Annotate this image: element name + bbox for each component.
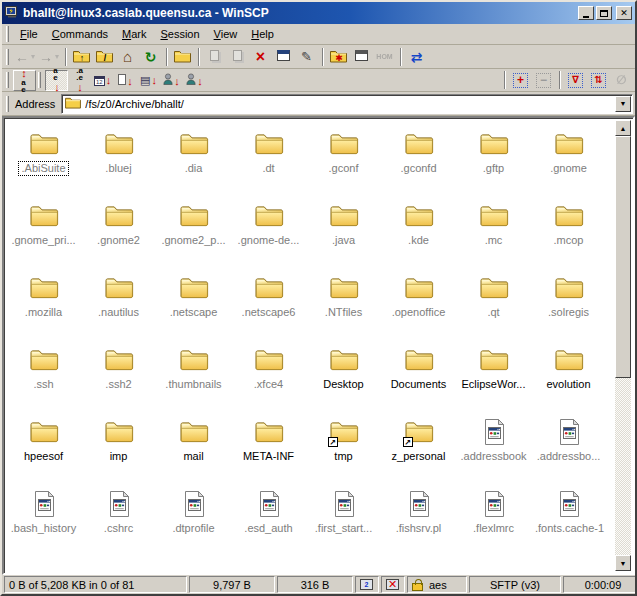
- properties-button[interactable]: [272, 46, 295, 67]
- toolbar-grip[interactable]: [38, 72, 41, 88]
- refresh-button[interactable]: ↻: [139, 46, 162, 67]
- file-item[interactable]: .xfce4: [231, 341, 306, 413]
- file-item[interactable]: .dia: [156, 125, 231, 197]
- forward-dropdown-icon[interactable]: ▾: [55, 52, 59, 61]
- open-directory-button[interactable]: [171, 46, 194, 67]
- addressbar-grip[interactable]: [6, 96, 9, 112]
- address-combobox[interactable]: /fs/z0/Archive/bhallt/ ▼: [61, 94, 633, 114]
- file-item[interactable]: .java: [306, 197, 381, 269]
- address-path[interactable]: /fs/z0/Archive/bhallt/: [85, 98, 615, 110]
- file-item[interactable]: .dtprofile: [156, 485, 231, 557]
- menu-item-mark[interactable]: Mark: [115, 25, 153, 43]
- file-item[interactable]: .mozilla: [6, 269, 81, 341]
- menu-item-view[interactable]: View: [207, 25, 245, 43]
- file-item[interactable]: .openoffice: [381, 269, 456, 341]
- scroll-down-button[interactable]: ▼: [615, 555, 631, 571]
- back-dropdown-icon[interactable]: ▾: [31, 52, 35, 61]
- invert-selection-button[interactable]: ∇: [564, 70, 587, 91]
- file-item[interactable]: .cshrc: [81, 485, 156, 557]
- maximize-button[interactable]: [596, 6, 612, 20]
- sort-by-changed-button[interactable]: 12↓: [91, 70, 114, 91]
- file-item[interactable]: evolution: [531, 341, 606, 413]
- address-dropdown-button[interactable]: ▼: [615, 96, 631, 112]
- file-item[interactable]: .gnome2: [81, 197, 156, 269]
- toolbar-sort-grip[interactable]: [6, 72, 9, 88]
- file-icon: [28, 488, 60, 520]
- file-item[interactable]: .addressbook: [456, 413, 531, 485]
- file-item[interactable]: .gnome_pri...: [6, 197, 81, 269]
- file-item[interactable]: ↗z_personal: [381, 413, 456, 485]
- file-item[interactable]: .fishsrv.pl: [381, 485, 456, 557]
- folder-icon: [553, 128, 585, 160]
- file-item[interactable]: .dt: [231, 125, 306, 197]
- file-item[interactable]: .gftp: [456, 125, 531, 197]
- console-button[interactable]: [350, 46, 373, 67]
- create-directory-button[interactable]: ✱: [327, 46, 350, 67]
- file-item[interactable]: .nautilus: [81, 269, 156, 341]
- file-item[interactable]: .bluej: [81, 125, 156, 197]
- file-item[interactable]: .gnome-de...: [231, 197, 306, 269]
- sort-by-rights-button[interactable]: ▤↓: [137, 70, 160, 91]
- file-item[interactable]: .NTfiles: [306, 269, 381, 341]
- scroll-up-button[interactable]: ▲: [615, 120, 631, 136]
- file-item[interactable]: .esd_auth: [231, 485, 306, 557]
- home-directory-button[interactable]: ⌂: [116, 46, 139, 67]
- menu-item-commands[interactable]: Commands: [45, 25, 115, 43]
- menu-item-help[interactable]: Help: [244, 25, 281, 43]
- file-item[interactable]: .thumbnails: [156, 341, 231, 413]
- delete-button[interactable]: ×: [249, 46, 272, 67]
- file-name: .java: [329, 233, 358, 248]
- sort-by-size-button[interactable]: ↓: [114, 70, 137, 91]
- unselect-button[interactable]: −: [532, 70, 555, 91]
- sort-by-owner-button[interactable]: ↓: [160, 70, 183, 91]
- file-item[interactable]: imp: [81, 413, 156, 485]
- file-item[interactable]: .bash_history: [6, 485, 81, 557]
- parent-directory-button[interactable]: ↑: [70, 46, 93, 67]
- file-item[interactable]: .qt: [456, 269, 531, 341]
- vertical-scrollbar[interactable]: ▲ ▼: [615, 120, 631, 571]
- file-item[interactable]: ↗tmp: [306, 413, 381, 485]
- folder-icon: [178, 128, 210, 160]
- file-item[interactable]: .gconfd: [381, 125, 456, 197]
- menu-item-file[interactable]: File: [13, 25, 45, 43]
- file-item[interactable]: hpeesof: [6, 413, 81, 485]
- file-item[interactable]: .mcop: [531, 197, 606, 269]
- sort-by-extension-button[interactable]: .a.e↓: [68, 70, 91, 91]
- file-item[interactable]: .gnome: [531, 125, 606, 197]
- file-item[interactable]: .mc: [456, 197, 531, 269]
- file-item[interactable]: .AbiSuite: [6, 125, 81, 197]
- minimize-button[interactable]: [578, 6, 594, 20]
- file-item[interactable]: Documents: [381, 341, 456, 413]
- file-panel: .AbiSuite.bluej.dia.dt.gconf.gconfd.gftp…: [2, 116, 635, 575]
- file-item[interactable]: .solregis: [531, 269, 606, 341]
- restore-selection-button[interactable]: ⇅: [587, 70, 610, 91]
- file-item[interactable]: EclipseWor...: [456, 341, 531, 413]
- file-item[interactable]: .kde: [381, 197, 456, 269]
- file-item[interactable]: META-INF: [231, 413, 306, 485]
- rename-button[interactable]: ✎: [295, 46, 318, 67]
- file-item[interactable]: .addressbo...: [531, 413, 606, 485]
- sort-by-group-button[interactable]: ↓: [183, 70, 206, 91]
- file-item[interactable]: mail: [156, 413, 231, 485]
- select-button[interactable]: +: [509, 70, 532, 91]
- file-item[interactable]: .gconf: [306, 125, 381, 197]
- menubar-grip[interactable]: [6, 26, 9, 42]
- folder-icon: ↗: [328, 416, 360, 448]
- synchronize-button[interactable]: ⇄: [405, 46, 428, 67]
- toolbar-main-grip[interactable]: [6, 49, 9, 65]
- scroll-thumb[interactable]: [615, 136, 631, 378]
- file-item[interactable]: .netscape6: [231, 269, 306, 341]
- file-item[interactable]: .fonts.cache-1: [531, 485, 606, 557]
- close-button[interactable]: ✕: [616, 6, 632, 20]
- root-directory-button[interactable]: /: [93, 46, 116, 67]
- file-item[interactable]: .ssh2: [81, 341, 156, 413]
- file-item[interactable]: .first_start...: [306, 485, 381, 557]
- file-item[interactable]: Desktop: [306, 341, 381, 413]
- file-item[interactable]: .gnome2_p...: [156, 197, 231, 269]
- menu-item-session[interactable]: Session: [153, 25, 206, 43]
- file-item[interactable]: .flexlmrc: [456, 485, 531, 557]
- file-item[interactable]: .netscape: [156, 269, 231, 341]
- sort-toggle-button[interactable]: ↕ae: [13, 70, 36, 91]
- sort-by-name-button[interactable]: ae↓: [45, 70, 68, 91]
- file-item[interactable]: .ssh: [6, 341, 81, 413]
